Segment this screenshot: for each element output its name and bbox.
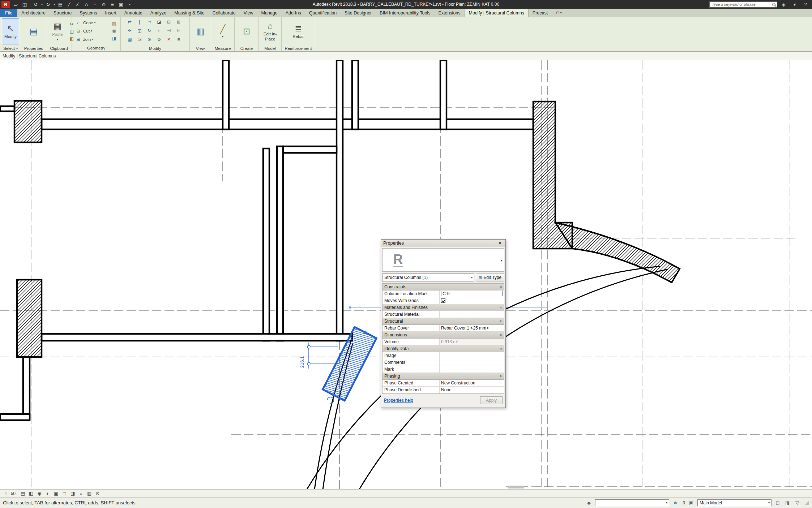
create-group-button[interactable]: ⊡: [237, 18, 256, 44]
panel-label-clipboard[interactable]: Clipboard: [46, 46, 72, 51]
press-drag-icon[interactable]: ◨: [784, 500, 791, 506]
tab-systems[interactable]: Systems: [76, 9, 101, 17]
split-with-gap-icon[interactable]: ⊞: [175, 18, 183, 25]
demolish-icon[interactable]: ⊠: [110, 27, 118, 34]
drag-grip[interactable]: [332, 393, 335, 396]
panel-label-geometry[interactable]: Geometry: [72, 44, 120, 51]
panel-label-model[interactable]: Model: [259, 46, 281, 51]
wall-joins-icon[interactable]: ◨: [110, 35, 118, 42]
sign-in-icon[interactable]: ▾: [790, 0, 799, 8]
unpin-icon[interactable]: ⊘: [155, 36, 163, 43]
exchange-apps-icon[interactable]: ◈: [779, 0, 788, 8]
tab-site-designer[interactable]: Site Designer: [341, 9, 376, 17]
temporary-hide-isolate-icon[interactable]: ◨: [69, 490, 76, 497]
delete-icon[interactable]: ✕: [165, 36, 173, 43]
close-icon[interactable]: ✕: [497, 240, 503, 246]
design-options-icon[interactable]: ▣: [688, 500, 695, 506]
tab-insert[interactable]: Insert: [101, 9, 120, 17]
scale-icon[interactable]: ⇲: [136, 36, 144, 43]
undo-dropdown-icon[interactable]: ▾: [40, 0, 44, 8]
trim-extend-single-icon[interactable]: ⊣: [165, 27, 173, 34]
type-preview[interactable]: R ▾: [382, 248, 504, 271]
rotate-icon[interactable]: ↻: [146, 27, 153, 34]
undo-icon[interactable]: ↺: [31, 0, 40, 8]
shadows-icon[interactable]: ◐: [44, 490, 51, 497]
panel-label-view[interactable]: View: [190, 46, 211, 51]
tab-view[interactable]: View: [240, 9, 257, 17]
paste-button[interactable]: ▦ Paste ▾: [49, 18, 66, 44]
section-materials[interactable]: Materials and Finishes«: [383, 304, 504, 311]
witness-grip[interactable]: [307, 345, 310, 348]
array-icon[interactable]: ▦: [126, 36, 134, 43]
reveal-hidden-elements-icon[interactable]: ◒: [77, 490, 85, 497]
edit-in-place-button[interactable]: ⌂ Edit In-Place: [261, 18, 279, 44]
filter-icon[interactable]: ▽: [794, 500, 801, 506]
prop-value[interactable]: Rebar Cover 1 <25 mm>: [440, 325, 504, 331]
drag-grip[interactable]: [364, 331, 367, 334]
column-a[interactable]: [14, 101, 42, 142]
section-identity-data[interactable]: Identity Data«: [383, 345, 504, 352]
cope-button[interactable]: ⌐Cope▾: [74, 19, 108, 27]
section-constraints[interactable]: Constraints«: [383, 284, 504, 290]
prop-value[interactable]: [440, 359, 504, 366]
edit-type-button[interactable]: ⊞ Edit Type: [476, 274, 504, 281]
tab-quantification[interactable]: Quantification: [305, 9, 341, 17]
tab-add-ins[interactable]: Add-Ins: [282, 9, 305, 17]
panel-label-measure[interactable]: Measure: [211, 46, 234, 51]
trim-extend-multiple-icon[interactable]: ⊫: [175, 27, 183, 34]
mirror-pick-axis-icon[interactable]: ▱: [146, 18, 153, 25]
view-visibility-button[interactable]: ▥: [192, 18, 209, 44]
panel-label-properties[interactable]: Properties: [21, 46, 46, 51]
concrete-columns[interactable]: [14, 101, 680, 357]
prop-value[interactable]: [440, 352, 504, 359]
curved-hatched-wall[interactable]: [555, 223, 680, 283]
tab-structure[interactable]: Structure: [50, 9, 76, 17]
visual-style-icon[interactable]: ◧: [27, 490, 35, 497]
exclude-options-icon[interactable]: ◻: [774, 500, 781, 506]
customize-qat-icon[interactable]: ▾: [125, 0, 134, 8]
dimension-value[interactable]: 216.1: [299, 356, 305, 368]
worksharing-icon[interactable]: ◆: [585, 500, 593, 506]
tab-precast[interactable]: Precast: [529, 9, 552, 17]
section-structural[interactable]: Structural«: [383, 318, 504, 325]
temporary-view-properties-icon[interactable]: ▥: [86, 490, 93, 497]
type-selector-combo[interactable]: Structural Columns (1) ▾: [382, 274, 474, 281]
save-icon[interactable]: ◫: [20, 0, 29, 8]
switch-windows-icon[interactable]: ▣: [117, 0, 125, 8]
revit-app-icon[interactable]: R: [1, 1, 10, 8]
temporary-dimension[interactable]: 216.1: [299, 343, 340, 369]
witness-grip[interactable]: [307, 362, 310, 365]
active-workset-combo[interactable]: ▾: [595, 499, 669, 506]
split-element-icon[interactable]: ⊟: [165, 18, 173, 25]
tab-manage[interactable]: Manage: [257, 9, 282, 17]
collapse-icon[interactable]: «: [499, 375, 503, 377]
mirror-draw-axis-icon[interactable]: ◪: [155, 18, 163, 25]
rebar-button[interactable]: ≣ Rebar: [288, 18, 308, 44]
apply-button[interactable]: Apply: [480, 396, 503, 404]
palette-title-bar[interactable]: Properties ✕: [381, 240, 505, 247]
section-phasing[interactable]: Phasing«: [383, 373, 504, 380]
measure-icon[interactable]: ╱: [65, 0, 73, 8]
modify-button[interactable]: ↖ Modify: [2, 18, 19, 44]
column-location-mark-input[interactable]: C-5': [441, 291, 503, 296]
default-3d-view-icon[interactable]: ⌂: [91, 0, 99, 8]
collapse-icon[interactable]: «: [499, 320, 503, 322]
panel-label-reinforcement[interactable]: Reinforcement: [282, 46, 315, 51]
collapse-icon[interactable]: «: [499, 306, 503, 309]
help-icon[interactable]: ?: [801, 0, 810, 8]
align-icon[interactable]: ⇄: [126, 18, 134, 25]
tab-collaborate[interactable]: Collaborate: [209, 9, 240, 17]
detail-level-icon[interactable]: ▤: [19, 490, 26, 497]
prop-value[interactable]: [440, 297, 504, 304]
panel-label-modify[interactable]: Modify: [121, 45, 189, 51]
reveal-constraints-icon[interactable]: ⊘: [94, 490, 101, 497]
prop-value[interactable]: New Construction: [440, 380, 504, 386]
tab-annotate[interactable]: Annotate: [120, 9, 146, 17]
tab-file[interactable]: File: [0, 9, 17, 17]
tab-extensions[interactable]: Extensions: [434, 9, 464, 17]
editing-requests-icon[interactable]: ∗: [672, 500, 679, 506]
trim-extend-corner-icon[interactable]: ⌐: [155, 27, 163, 34]
resize-grip[interactable]: [805, 501, 809, 505]
canvas-scrollbar-thumb[interactable]: [508, 486, 524, 488]
properties-button[interactable]: ▤: [24, 18, 43, 44]
